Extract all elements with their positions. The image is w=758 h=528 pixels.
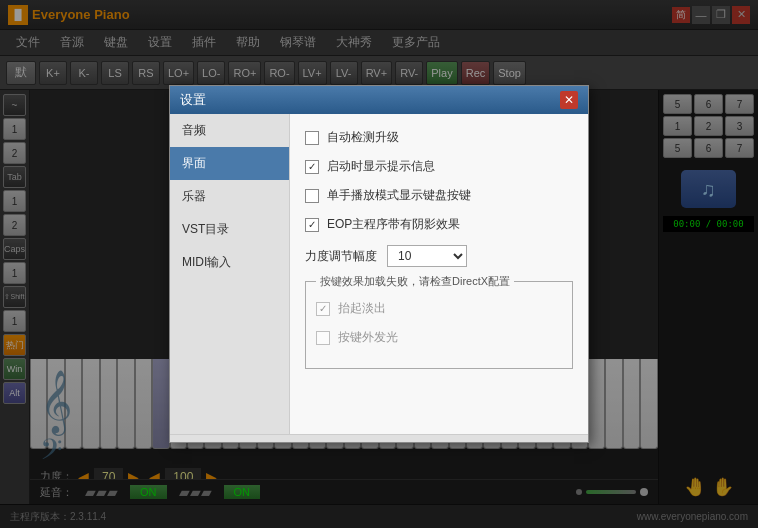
- dialog-footer: [170, 434, 588, 442]
- dialog-nav: 音频 界面 乐器 VST目录 MIDI输入: [170, 114, 290, 434]
- key-glow-label: 按键外发光: [338, 329, 398, 346]
- dialog-title-bar: 设置 ✕: [170, 86, 588, 114]
- key-release-row: 抬起淡出: [316, 300, 562, 317]
- dialog-overlay: 设置 ✕ 音频 界面 乐器 VST目录 MIDI输入 自动检测升级: [0, 0, 758, 528]
- auto-check-checkbox[interactable]: [305, 131, 319, 145]
- auto-check-update-row: 自动检测升级: [305, 129, 573, 146]
- key-release-checkbox[interactable]: [316, 302, 330, 316]
- key-glow-checkbox[interactable]: [316, 331, 330, 345]
- show-keys-label: 单手播放模式显示键盘按键: [327, 187, 471, 204]
- shadow-label: EOP主程序带有阴影效果: [327, 216, 460, 233]
- show-tips-row: 启动时显示提示信息: [305, 158, 573, 175]
- auto-check-label: 自动检测升级: [327, 129, 399, 146]
- settings-dialog: 设置 ✕ 音频 界面 乐器 VST目录 MIDI输入 自动检测升级: [169, 85, 589, 443]
- nav-audio[interactable]: 音频: [170, 114, 289, 147]
- show-tips-checkbox[interactable]: [305, 160, 319, 174]
- dialog-settings-content: 自动检测升级 启动时显示提示信息 单手播放模式显示键盘按键 EOP主程序带有阴影…: [290, 114, 588, 434]
- key-effect-group: 按键效果加载失败，请检查DirectX配置 抬起淡出 按键外发光: [305, 281, 573, 369]
- show-tips-label: 启动时显示提示信息: [327, 158, 435, 175]
- force-range-row: 力度调节幅度 10 20 30: [305, 245, 573, 267]
- shadow-effect-row: EOP主程序带有阴影效果: [305, 216, 573, 233]
- show-keys-row: 单手播放模式显示键盘按键: [305, 187, 573, 204]
- nav-interface[interactable]: 界面: [170, 147, 289, 180]
- dialog-close-button[interactable]: ✕: [560, 91, 578, 109]
- shadow-checkbox[interactable]: [305, 218, 319, 232]
- nav-instrument[interactable]: 乐器: [170, 180, 289, 213]
- nav-midi[interactable]: MIDI输入: [170, 246, 289, 279]
- dialog-title: 设置: [180, 91, 206, 109]
- show-keys-checkbox[interactable]: [305, 189, 319, 203]
- key-glow-row: 按键外发光: [316, 329, 562, 346]
- key-release-label: 抬起淡出: [338, 300, 386, 317]
- nav-vst[interactable]: VST目录: [170, 213, 289, 246]
- force-range-select[interactable]: 10 20 30: [387, 245, 467, 267]
- dialog-body: 音频 界面 乐器 VST目录 MIDI输入 自动检测升级 启动时显示提示信息: [170, 114, 588, 434]
- force-range-label: 力度调节幅度: [305, 248, 377, 265]
- group-title: 按键效果加载失败，请检查DirectX配置: [316, 274, 514, 289]
